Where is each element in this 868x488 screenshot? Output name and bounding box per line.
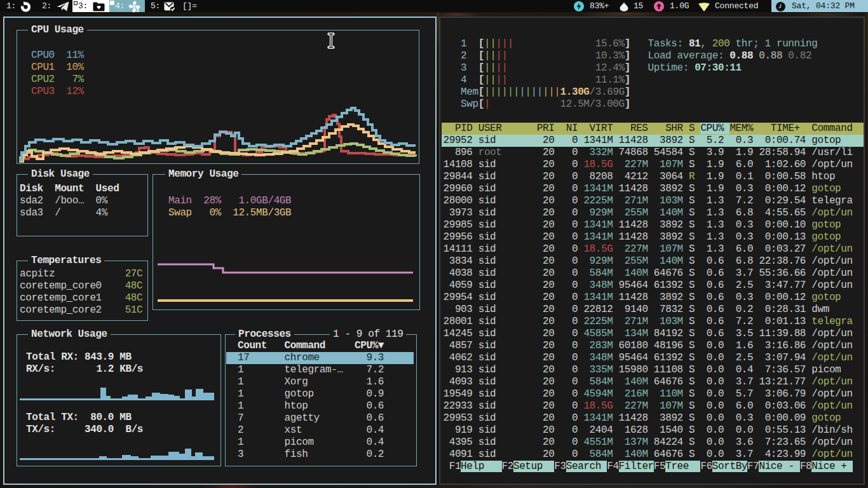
svg-text:3: 3 [136,7,139,13]
